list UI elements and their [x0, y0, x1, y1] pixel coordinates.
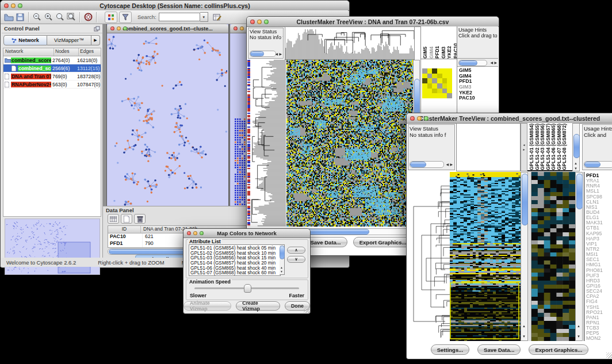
- column-label[interactable]: GPL51-06 (GSM865): [551, 124, 556, 170]
- attribute-list[interactable]: GPL51-01 (GSM854) heat shock 05 minGPL51…: [189, 244, 281, 276]
- settings-button[interactable]: Settings...: [431, 344, 469, 355]
- col-header-network[interactable]: Network: [3, 48, 54, 56]
- column-label[interactable]: GPL51-08 (GSM872): [562, 124, 567, 170]
- treeview2-titlebar[interactable]: ClusterMaker TreeView : combined_scores_…: [407, 113, 612, 124]
- column-label[interactable]: GPL51-02 (GSM855): [535, 124, 540, 170]
- create-vizmap-button[interactable]: Create Vizmap: [236, 301, 280, 311]
- dp-col-id[interactable]: ID: [108, 226, 141, 233]
- search-input[interactable]: [159, 13, 200, 21]
- tv1-status-hscrollbar[interactable]: [250, 51, 276, 57]
- tv2-column-dendrogram-area[interactable]: [456, 123, 521, 171]
- tv2-status-hscrollbar[interactable]: [410, 161, 444, 168]
- tab-vizmapper[interactable]: VizMapper™: [47, 35, 91, 45]
- detail-heatmap-cell[interactable]: [432, 78, 437, 83]
- detail-heatmap-cell[interactable]: [432, 83, 437, 89]
- tv2-detail-vscrollbar[interactable]: ▲ ▼: [575, 172, 583, 341]
- main-titlebar[interactable]: Cytoscape Desktop (Session Name: collins…: [1, 1, 349, 11]
- detail-heatmap-cell[interactable]: [432, 68, 437, 74]
- animate-vizmap-button[interactable]: Animate Vizmap: [183, 301, 231, 311]
- detail-heatmap-cell[interactable]: [432, 93, 437, 98]
- tv2-splitter[interactable]: ◂▸: [521, 123, 527, 171]
- detail-heatmap-cell[interactable]: [422, 93, 427, 98]
- detail-heatmap-cell[interactable]: [427, 74, 433, 79]
- annotation-icon[interactable]: [212, 12, 223, 22]
- close-button[interactable]: [110, 26, 114, 30]
- detail-heatmap-cell[interactable]: [427, 78, 433, 83]
- float-panel-icon[interactable]: [94, 24, 100, 34]
- tv1-column-dendrogram[interactable]: [285, 26, 415, 60]
- attribute-table-icon[interactable]: [108, 214, 119, 224]
- zoom-fit-icon[interactable]: [66, 12, 77, 22]
- scrollbar-thumb[interactable]: [280, 246, 285, 259]
- scroll-left-icon[interactable]: ◀: [275, 52, 278, 56]
- minimize-button[interactable]: [257, 20, 262, 24]
- tv1-usage-hscrollbar[interactable]: [458, 60, 487, 66]
- minimize-button[interactable]: [11, 3, 16, 8]
- col-header-nodes[interactable]: Nodes: [54, 48, 79, 56]
- scroll-left-icon[interactable]: ◀: [490, 61, 493, 64]
- minimize-button[interactable]: [417, 116, 422, 121]
- detail-heatmap-cell[interactable]: [422, 68, 427, 74]
- tv1-row-dendrogram[interactable]: [250, 60, 286, 227]
- zoom-button[interactable]: [264, 20, 269, 24]
- detail-heatmap-cell[interactable]: [437, 74, 442, 79]
- detail-heatmap-cell[interactable]: [422, 78, 427, 83]
- network-table-row[interactable]: RNAPuberNov2+563(0)107847(0): [3, 81, 101, 89]
- tab-network[interactable]: Network: [3, 35, 47, 45]
- zoom-selected-icon[interactable]: [54, 12, 66, 22]
- detail-heatmap-cell[interactable]: [437, 68, 442, 74]
- column-label[interactable]: GPL51-04 (GSM857): [546, 124, 551, 170]
- detail-heatmap-cell[interactable]: [422, 89, 427, 94]
- vizmapper-icon[interactable]: [105, 12, 117, 23]
- network-canvas-scatter[interactable]: [107, 33, 227, 206]
- detail-heatmap-cell[interactable]: [442, 78, 447, 83]
- detail-heatmap-cell[interactable]: [447, 78, 452, 83]
- dialog-titlebar[interactable]: Map Colors to Network: [183, 229, 310, 238]
- network-table-row[interactable]: DNA and Tran 07769(0)183728(0): [3, 72, 101, 81]
- tv2-heatmap-vscrollbar[interactable]: ▲ ▼: [521, 172, 528, 341]
- column-label[interactable]: GIM5: [423, 47, 428, 59]
- zoom-out-icon[interactable]: [31, 12, 43, 22]
- detail-heatmap-cell[interactable]: [427, 89, 433, 94]
- search-dropdown-arrow-icon[interactable]: ▼: [200, 12, 208, 22]
- detail-heatmap-cell[interactable]: [432, 74, 437, 79]
- tv2-collabel-vscrollbar[interactable]: ▲ ▼: [572, 123, 580, 171]
- column-label[interactable]: GPL51-01 (GSM854): [529, 124, 534, 170]
- scroll-up-icon[interactable]: ▲: [280, 266, 283, 269]
- detail-heatmap-cell[interactable]: [437, 83, 442, 89]
- minimize-button[interactable]: [240, 26, 244, 30]
- detail-heatmap-cell[interactable]: [447, 74, 452, 79]
- scroll-up-icon[interactable]: ▲: [522, 324, 526, 328]
- speed-slider-thumb[interactable]: [244, 284, 251, 293]
- tv1-global-heatmap[interactable]: [286, 60, 413, 227]
- tv2-global-heatmap[interactable]: [450, 172, 521, 341]
- detail-heatmap-cell[interactable]: [442, 89, 447, 94]
- move-attribute-down-button[interactable]: ∨: [287, 256, 305, 263]
- detail-heatmap-cell[interactable]: [427, 83, 433, 89]
- help-icon[interactable]: [82, 12, 94, 22]
- scroll-right-icon[interactable]: ▶: [279, 52, 282, 56]
- minimize-button[interactable]: [117, 26, 121, 30]
- tv2-row-dendrogram[interactable]: [408, 172, 450, 341]
- scroll-down-icon[interactable]: ▼: [577, 335, 580, 338]
- zoom-button[interactable]: [200, 231, 204, 235]
- scrollbar-thumb[interactable]: [576, 174, 583, 209]
- scroll-up-icon[interactable]: ▲: [577, 324, 580, 328]
- detail-heatmap-cell[interactable]: [447, 93, 452, 98]
- column-label[interactable]: YKE2: [447, 46, 452, 59]
- splitter-left-icon[interactable]: ◂: [523, 143, 525, 147]
- column-label[interactable]: PFD1: [435, 46, 440, 59]
- detail-heatmap-cell[interactable]: [447, 89, 452, 94]
- detail-heatmap-cell[interactable]: [422, 83, 427, 89]
- export-graphics-button[interactable]: Export Graphics...: [529, 344, 588, 355]
- close-button[interactable]: [187, 231, 191, 235]
- detail-heatmap-cell[interactable]: [437, 89, 442, 94]
- open-file-icon[interactable]: [3, 12, 14, 22]
- resize-grip[interactable]: [304, 307, 309, 313]
- scrollbar-thumb[interactable]: [522, 174, 528, 225]
- column-label[interactable]: GPL51-07 (GSM868): [557, 124, 562, 170]
- export-graphics-button[interactable]: Export Graphics...: [353, 237, 413, 247]
- detail-heatmap-cell[interactable]: [422, 74, 427, 79]
- close-button[interactable]: [234, 26, 238, 30]
- tv2-usage-hscrollbar[interactable]: [584, 161, 612, 168]
